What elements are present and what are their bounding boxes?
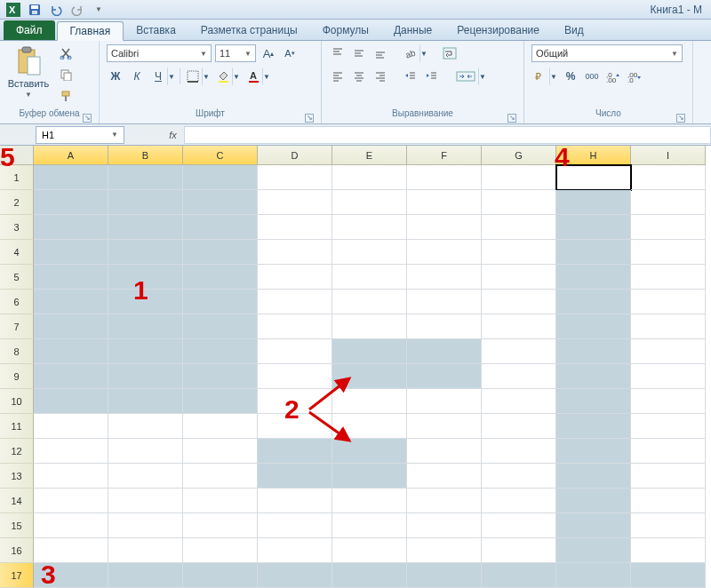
cell-A16[interactable] xyxy=(34,538,108,563)
cell-I17[interactable] xyxy=(631,563,706,588)
cell-D5[interactable] xyxy=(258,265,332,290)
cell-I8[interactable] xyxy=(631,339,706,364)
cell-H6[interactable] xyxy=(556,290,631,314)
align-middle-button[interactable] xyxy=(350,44,368,62)
cell-D9[interactable] xyxy=(258,364,332,389)
row-header-12[interactable]: 12 xyxy=(0,439,34,464)
cell-E17[interactable] xyxy=(332,563,407,588)
redo-button[interactable] xyxy=(69,2,85,18)
row-header-13[interactable]: 13 xyxy=(0,464,34,489)
row-header-8[interactable]: 8 xyxy=(0,339,34,364)
tab-page-layout[interactable]: Разметка страницы xyxy=(188,20,310,40)
cell-B7[interactable] xyxy=(108,314,183,339)
cell-H7[interactable] xyxy=(556,314,631,339)
align-right-button[interactable] xyxy=(371,68,389,85)
cell-B10[interactable] xyxy=(108,389,183,414)
cell-I11[interactable] xyxy=(631,414,706,439)
decrease-decimal-button[interactable]: ,00,0 xyxy=(626,68,643,85)
cell-E11[interactable] xyxy=(332,414,407,439)
tab-formulas[interactable]: Формулы xyxy=(310,20,381,40)
name-box[interactable]: H1▼ xyxy=(36,126,124,144)
cell-B12[interactable] xyxy=(108,439,183,464)
column-header-H[interactable]: H xyxy=(556,146,631,165)
cell-D6[interactable] xyxy=(258,290,332,314)
cell-C16[interactable] xyxy=(183,538,258,563)
cell-C1[interactable] xyxy=(183,165,258,190)
cell-F6[interactable] xyxy=(407,290,482,314)
cell-B3[interactable] xyxy=(108,215,183,240)
cell-H10[interactable] xyxy=(556,389,631,414)
row-header-3[interactable]: 3 xyxy=(0,215,34,240)
column-header-A[interactable]: A xyxy=(34,146,108,165)
column-header-C[interactable]: C xyxy=(183,146,258,165)
cell-D16[interactable] xyxy=(258,538,332,563)
cell-H12[interactable] xyxy=(556,439,631,464)
column-header-G[interactable]: G xyxy=(482,146,556,165)
cell-G5[interactable] xyxy=(482,265,556,290)
align-center-button[interactable] xyxy=(350,68,368,85)
cell-I14[interactable] xyxy=(631,489,706,513)
cell-I4[interactable] xyxy=(631,240,706,265)
row-header-5[interactable]: 5 xyxy=(0,265,34,290)
cell-A10[interactable] xyxy=(34,389,108,414)
cell-A4[interactable] xyxy=(34,240,108,265)
cell-D14[interactable] xyxy=(258,489,332,513)
cell-G15[interactable] xyxy=(482,513,556,538)
cell-G9[interactable] xyxy=(482,364,556,389)
cell-B8[interactable] xyxy=(108,339,183,364)
increase-decimal-button[interactable]: ,0,00 xyxy=(604,68,622,85)
cell-E5[interactable] xyxy=(332,265,407,290)
cell-D15[interactable] xyxy=(258,513,332,538)
cell-F8[interactable] xyxy=(407,339,482,364)
cell-D13[interactable] xyxy=(258,464,332,489)
merge-dropdown[interactable]: ▼ xyxy=(478,68,487,85)
copy-button[interactable] xyxy=(57,66,75,83)
cell-E16[interactable] xyxy=(332,538,407,563)
cell-E8[interactable] xyxy=(332,339,407,364)
cell-F15[interactable] xyxy=(407,513,482,538)
cell-B13[interactable] xyxy=(108,464,183,489)
tab-insert[interactable]: Вставка xyxy=(124,20,188,40)
decrease-indent-button[interactable] xyxy=(402,68,419,85)
cell-F9[interactable] xyxy=(407,364,482,389)
cell-I7[interactable] xyxy=(631,314,706,339)
cell-E13[interactable] xyxy=(332,464,407,489)
cell-G10[interactable] xyxy=(482,389,556,414)
cell-E1[interactable] xyxy=(332,165,407,190)
increase-indent-button[interactable] xyxy=(423,68,441,85)
align-bottom-button[interactable] xyxy=(371,44,389,62)
fill-color-button[interactable] xyxy=(214,68,232,85)
currency-dropdown[interactable]: ▼ xyxy=(549,68,558,85)
column-header-B[interactable]: B xyxy=(108,146,183,165)
undo-button[interactable] xyxy=(48,2,64,18)
cell-I15[interactable] xyxy=(631,513,706,538)
tab-review[interactable]: Рецензирование xyxy=(444,20,552,40)
fill-color-dropdown[interactable]: ▼ xyxy=(232,68,241,85)
borders-dropdown[interactable]: ▼ xyxy=(202,68,211,85)
cell-B17[interactable] xyxy=(108,563,183,588)
cell-H14[interactable] xyxy=(556,489,631,513)
cell-F7[interactable] xyxy=(407,314,482,339)
cell-C13[interactable] xyxy=(183,464,258,489)
cell-D3[interactable] xyxy=(258,215,332,240)
cell-E10[interactable] xyxy=(332,389,407,414)
orientation-dropdown[interactable]: ▼ xyxy=(419,44,428,62)
cell-C8[interactable] xyxy=(183,339,258,364)
cell-A8[interactable] xyxy=(34,339,108,364)
paste-button[interactable]: Вставить ▼ xyxy=(7,44,50,99)
cell-A6[interactable] xyxy=(34,290,108,314)
cell-H1[interactable] xyxy=(556,165,631,190)
cell-F2[interactable] xyxy=(407,190,482,215)
cell-C4[interactable] xyxy=(183,240,258,265)
cell-E14[interactable] xyxy=(332,489,407,513)
tab-view[interactable]: Вид xyxy=(552,20,596,40)
cell-A5[interactable] xyxy=(34,265,108,290)
row-header-15[interactable]: 15 xyxy=(0,513,34,538)
cell-H16[interactable] xyxy=(556,538,631,563)
font-dialog-launcher[interactable]: ↘ xyxy=(305,114,314,123)
cell-A1[interactable] xyxy=(34,165,108,190)
cell-D2[interactable] xyxy=(258,190,332,215)
cell-G1[interactable] xyxy=(482,165,556,190)
cell-C17[interactable] xyxy=(183,563,258,588)
cell-G12[interactable] xyxy=(482,439,556,464)
